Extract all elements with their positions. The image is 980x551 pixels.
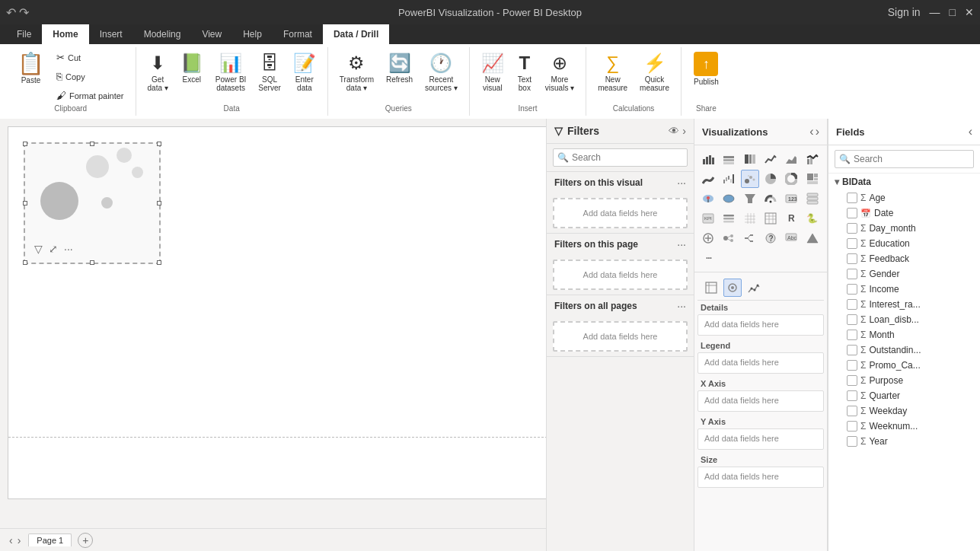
field-item-gender[interactable]: Σ Gender xyxy=(828,266,980,282)
canvas-wrapper[interactable]: ▽ ⤢ ··· xyxy=(0,119,546,528)
viz-r-visual[interactable]: R xyxy=(782,209,800,228)
undo-button[interactable]: ↶ xyxy=(6,5,16,20)
viz-qa[interactable]: ? xyxy=(761,229,780,247)
field-item-weekday[interactable]: Σ Weekday xyxy=(828,403,980,419)
viz-shape-map[interactable] xyxy=(803,229,822,247)
filters-all-more[interactable]: ··· xyxy=(677,300,686,312)
filters-expand-button[interactable]: › xyxy=(682,125,686,137)
handle-tr[interactable] xyxy=(157,142,161,146)
viz-well-size-drop[interactable]: Add data fields here xyxy=(697,467,824,488)
tab-help[interactable]: Help xyxy=(232,24,273,44)
field-item-interest-rate[interactable]: Σ Interest_ra... xyxy=(828,297,980,312)
viz-kpi[interactable]: KPI xyxy=(699,209,717,228)
tab-file[interactable]: File xyxy=(6,24,42,44)
viz-card[interactable]: 123 xyxy=(782,190,800,208)
handle-bl[interactable] xyxy=(23,260,27,265)
viz-well-x-axis-drop[interactable]: Add data fields here xyxy=(697,390,824,412)
visual-filter-button[interactable]: ▽ xyxy=(33,241,44,256)
viz-custom[interactable] xyxy=(699,229,717,247)
viz-waterfall[interactable] xyxy=(720,170,738,188)
field-item-year[interactable]: Σ Year xyxy=(828,434,980,449)
visual-container[interactable]: ▽ ⤢ ··· xyxy=(24,142,161,264)
viz-text-filter[interactable]: Abc xyxy=(782,229,800,247)
handle-bc[interactable] xyxy=(90,260,94,265)
viz-map[interactable] xyxy=(699,190,717,208)
refresh-button[interactable]: 🔄 Refresh xyxy=(381,49,418,88)
visual-more-button[interactable]: ··· xyxy=(62,241,75,256)
filters-visual-more[interactable]: ··· xyxy=(677,177,686,189)
handle-tc[interactable] xyxy=(90,142,94,146)
powerbi-datasets-button[interactable]: 📊 Power BIdatasets xyxy=(210,49,252,96)
tab-data-drill[interactable]: Data / Drill xyxy=(323,24,389,44)
viz-well-details-drop[interactable]: Add data fields here xyxy=(697,314,824,336)
viz-line-col[interactable] xyxy=(803,150,822,168)
field-item-date[interactable]: 📅 Date xyxy=(828,205,980,221)
recent-sources-button[interactable]: 🕐 Recentsources ▾ xyxy=(420,49,463,96)
publish-button[interactable]: ↑ Publish xyxy=(688,49,725,89)
viz-well-format-button[interactable] xyxy=(723,279,742,297)
transform-data-button[interactable]: ⚙ Transformdata ▾ xyxy=(334,49,379,96)
viz-matrix[interactable] xyxy=(741,209,759,228)
more-visuals-button[interactable]: ⊕ Morevisuals ▾ xyxy=(540,49,579,96)
field-item-purpose[interactable]: Σ Purpose xyxy=(828,373,980,388)
viz-bar-chart[interactable] xyxy=(699,150,717,168)
viz-well-fields-button[interactable] xyxy=(702,279,720,297)
field-item-weeknum[interactable]: Σ Weeknum... xyxy=(828,419,980,434)
next-page-button[interactable]: › xyxy=(16,534,23,546)
viz-python[interactable]: 🐍 xyxy=(803,209,822,228)
handle-br[interactable] xyxy=(157,260,161,265)
excel-button[interactable]: 📗 Excel xyxy=(175,49,209,88)
report-canvas[interactable]: ▽ ⤢ ··· xyxy=(8,126,546,499)
cut-button[interactable]: ✂ Cut xyxy=(51,49,129,66)
filters-all-dropzone[interactable]: Add data fields here xyxy=(553,321,688,352)
filters-page-dropzone[interactable]: Add data fields here xyxy=(553,260,688,290)
field-item-income[interactable]: Σ Income xyxy=(828,282,980,297)
field-item-age[interactable]: Σ Age xyxy=(828,190,980,205)
new-measure-button[interactable]: ∑ Newmeasure xyxy=(592,49,633,96)
fields-search-input[interactable] xyxy=(835,150,974,168)
viz-filled-map[interactable] xyxy=(720,190,738,208)
filters-eye-button[interactable]: 👁 xyxy=(669,125,679,137)
filters-visual-header[interactable]: Filters on this visual ··· xyxy=(547,172,694,193)
viz-gauge[interactable] xyxy=(761,190,780,208)
sql-server-button[interactable]: 🗄 SQLServer xyxy=(253,49,286,96)
viz-multi-row[interactable] xyxy=(803,190,822,208)
filters-all-header[interactable]: Filters on all pages ··· xyxy=(547,295,694,317)
field-item-outstanding[interactable]: Σ Outstandin... xyxy=(828,342,980,358)
minimize-button[interactable]: — xyxy=(930,6,940,18)
handle-mr[interactable] xyxy=(157,201,161,205)
viz-key-influencers[interactable] xyxy=(720,229,738,247)
filters-page-header[interactable]: Filters on this page ··· xyxy=(547,234,694,255)
redo-button[interactable]: ↷ xyxy=(19,5,29,20)
viz-slicer[interactable] xyxy=(720,209,738,228)
field-item-promo-ca[interactable]: Σ Promo_Ca... xyxy=(828,358,980,373)
tab-format[interactable]: Format xyxy=(273,24,323,44)
get-data-button[interactable]: ⬇ Getdata ▾ xyxy=(142,49,174,96)
filters-page-more[interactable]: ··· xyxy=(677,238,686,250)
viz-well-legend-drop[interactable]: Add data fields here xyxy=(697,352,824,374)
page-tab-1[interactable]: Page 1 xyxy=(28,533,72,546)
viz-donut[interactable] xyxy=(782,170,800,188)
viz-panel-next[interactable]: › xyxy=(816,125,819,139)
filters-search-input[interactable] xyxy=(553,148,688,167)
field-item-education[interactable]: Σ Education xyxy=(828,236,980,251)
viz-table[interactable] xyxy=(761,209,780,228)
viz-funnel[interactable] xyxy=(741,190,759,208)
field-item-day-month[interactable]: Σ Day_month xyxy=(828,221,980,236)
viz-scatter[interactable] xyxy=(741,170,759,188)
field-group-bidata-header[interactable]: ▾ BIData xyxy=(828,174,980,190)
viz-area-chart[interactable] xyxy=(782,150,800,168)
text-box-button[interactable]: T Textbox xyxy=(511,49,538,96)
viz-line-chart[interactable] xyxy=(761,150,780,168)
viz-more-options[interactable]: ··· xyxy=(699,249,717,267)
handle-ml[interactable] xyxy=(23,201,27,205)
viz-well-analytics-button[interactable] xyxy=(745,279,763,297)
visual-focus-button[interactable]: ⤢ xyxy=(47,241,59,256)
tab-view[interactable]: View xyxy=(191,24,232,44)
maximize-button[interactable]: □ xyxy=(950,6,956,18)
viz-panel-prev[interactable]: ‹ xyxy=(809,125,813,139)
copy-button[interactable]: ⎘ Copy xyxy=(51,68,129,85)
viz-100-bar[interactable] xyxy=(741,150,759,168)
tab-home[interactable]: Home xyxy=(42,24,88,44)
tab-modeling[interactable]: Modeling xyxy=(133,24,192,44)
